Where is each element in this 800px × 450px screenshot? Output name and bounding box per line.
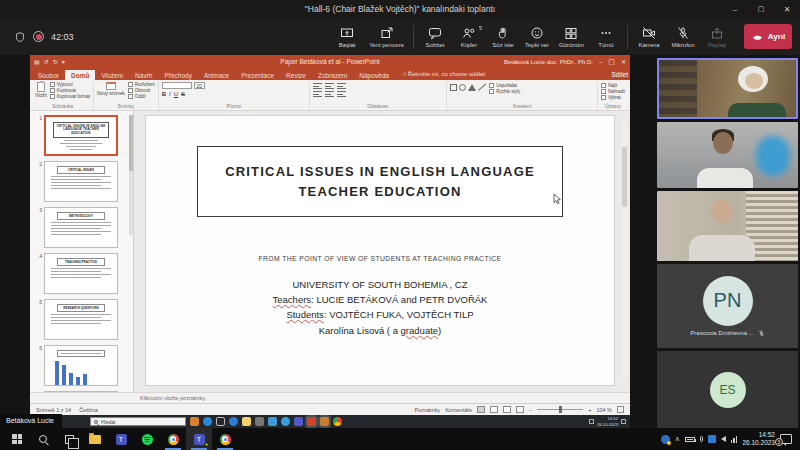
font-name-box[interactable]	[162, 82, 192, 89]
minimize-icon[interactable]	[722, 0, 748, 18]
network-globe-icon[interactable]	[661, 435, 670, 444]
store-icon[interactable]	[255, 417, 264, 426]
reading-view-icon[interactable]	[503, 406, 511, 413]
video-tile-active-speaker[interactable]	[657, 58, 798, 119]
slide-thumbnail-4[interactable]: TEACHING PRACTICE	[44, 253, 118, 294]
quick-styles-button[interactable]: Rychlé styly	[489, 89, 520, 94]
find-button[interactable]: Najít	[601, 83, 625, 88]
layout-button[interactable]: Rozložení	[128, 82, 155, 87]
slide-author-lines[interactable]: UNIVERSITY OF SOUTH BOHEMIA , CZTeachers…	[146, 277, 614, 338]
ppt-share-button[interactable]: Sdílet	[611, 71, 628, 80]
font-size-box[interactable]: 20	[194, 82, 205, 89]
raise-hand-button[interactable]: Söz iste	[486, 24, 520, 50]
line-shape-icon[interactable]	[478, 84, 486, 91]
new-window-button[interactable]: Yeni pencere	[364, 24, 409, 50]
align-center-icon[interactable]	[325, 91, 334, 97]
slide-thumbnail-5[interactable]: RESEARCH QUESTIONS	[44, 299, 118, 340]
indent-icon[interactable]	[337, 83, 346, 89]
zoom-level[interactable]: 104 %	[596, 407, 612, 413]
slide-subtitle[interactable]: FROM THE POINT OF VIEW OF STUDENTS AT TE…	[146, 255, 614, 262]
tell-me-box[interactable]: Řekněte mi, co chcete udělat	[403, 71, 485, 80]
leave-button[interactable]: Ayrıl	[744, 24, 792, 49]
participant-tile-es[interactable]: ES	[657, 351, 798, 428]
signal-bars-icon[interactable]	[731, 436, 738, 443]
align-left-icon[interactable]	[313, 91, 322, 97]
qat-customize-icon[interactable]	[62, 58, 65, 65]
bullets-icon[interactable]	[313, 83, 322, 89]
task-view-button[interactable]	[56, 428, 82, 450]
react-button[interactable]: Tepki ver	[520, 24, 554, 50]
format-painter-button[interactable]: Kopírovat formát	[50, 94, 90, 99]
more-button[interactable]: Tümü	[589, 24, 623, 50]
slide[interactable]: CRITICAL ISSUES IN ENGLISH LANGUAGE TEAC…	[146, 116, 614, 385]
tray-icon[interactable]	[621, 419, 626, 424]
tab-navrh[interactable]: Návrh	[129, 70, 158, 80]
slide-sorter-view-icon[interactable]	[490, 406, 498, 413]
rectangle-shape-icon[interactable]	[450, 84, 457, 91]
pen-app-icon[interactable]	[190, 417, 199, 426]
taskbar-clock[interactable]: 14:52 26.10.2023	[742, 431, 775, 447]
comments-toggle[interactable]: Komentáře	[445, 407, 472, 413]
display-tray-icon[interactable]	[708, 435, 716, 443]
powerpoint-app-icon[interactable]	[307, 417, 316, 426]
tab-soubor[interactable]: Soubor	[32, 70, 65, 80]
tab-animace[interactable]: Animace	[198, 70, 235, 80]
notification-center-icon[interactable]: 3	[780, 434, 792, 444]
align-right-icon[interactable]	[337, 91, 346, 97]
select-button[interactable]: Vybrat	[601, 95, 625, 100]
italic-icon[interactable]	[169, 91, 171, 97]
taskbar-search-button[interactable]	[30, 428, 56, 450]
camera-button[interactable]: Kamera	[632, 24, 666, 50]
video-tile-3[interactable]	[657, 191, 798, 261]
battery-icon[interactable]	[685, 437, 695, 442]
slideshow-view-icon[interactable]	[516, 406, 524, 413]
chrome-button-2[interactable]	[212, 428, 238, 450]
close-icon[interactable]	[774, 0, 800, 18]
save-icon[interactable]	[34, 58, 40, 65]
triangle-shape-icon[interactable]	[468, 84, 476, 91]
redo-icon[interactable]	[53, 58, 58, 65]
people-app-icon[interactable]	[203, 417, 212, 426]
shared-clock[interactable]: 14:52 26.10.2023	[597, 416, 618, 426]
start-button[interactable]	[4, 428, 30, 450]
cut-button[interactable]: Vyjmout	[50, 82, 90, 87]
chrome-button[interactable]	[160, 428, 186, 450]
chat-button[interactable]: Sohbet	[418, 24, 452, 50]
notes-pane[interactable]: Kliknutím vložte poznámky.	[30, 392, 630, 403]
mic-tray-icon[interactable]	[700, 436, 703, 442]
spotify-button[interactable]	[134, 428, 160, 450]
maximize-icon[interactable]	[748, 0, 774, 18]
replace-button[interactable]: Nahradit	[601, 89, 625, 94]
sharing-app-icon[interactable]	[320, 417, 329, 426]
tab-revize[interactable]: Revize	[280, 70, 312, 80]
start-share-button[interactable]: Başlat	[330, 24, 364, 50]
numbering-icon[interactable]	[325, 83, 334, 89]
file-explorer-button[interactable]	[82, 428, 108, 450]
ellipse-shape-icon[interactable]	[459, 84, 466, 91]
underline-icon[interactable]	[174, 91, 178, 97]
paste-button[interactable]: Vložit	[35, 82, 47, 98]
language-indicator[interactable]: Čeština	[79, 407, 98, 413]
edge-icon[interactable]	[229, 417, 238, 426]
new-slide-button[interactable]: Nový snímek	[97, 82, 125, 96]
thumbnail-scrollbar[interactable]	[129, 115, 133, 235]
zoom-out-icon[interactable]	[529, 407, 532, 413]
copy-button[interactable]: Kopírovat	[50, 88, 90, 93]
tab-prechody[interactable]: Přechody	[158, 70, 197, 80]
slide-thumbnail-1[interactable]: CRITICAL ISSUES IN ENGLISH LANGUAGE TEAC…	[44, 115, 118, 156]
ppt-close-icon[interactable]	[621, 58, 626, 65]
view-button[interactable]: Görünüm	[554, 24, 589, 50]
fit-slide-icon[interactable]	[617, 406, 624, 413]
chrome-app-icon[interactable]	[333, 417, 342, 426]
slide-thumbnail-3[interactable]: METHODOLOGY	[44, 207, 118, 248]
zoom-slider[interactable]	[537, 409, 583, 410]
ppt-minimize-icon[interactable]	[599, 59, 602, 65]
mail-icon[interactable]	[268, 417, 277, 426]
reset-button[interactable]: Obnovit	[128, 88, 155, 93]
shared-search-box[interactable]: Hledat	[90, 417, 186, 426]
slide-thumbnail-2[interactable]: CRITICAL ISSUES	[44, 161, 118, 202]
tab-napoveda[interactable]: Nápověda	[353, 70, 395, 80]
task-view-icon[interactable]	[216, 417, 225, 426]
canvas-scrollbar[interactable]	[622, 121, 627, 380]
section-button[interactable]: Oddíl	[128, 94, 155, 99]
